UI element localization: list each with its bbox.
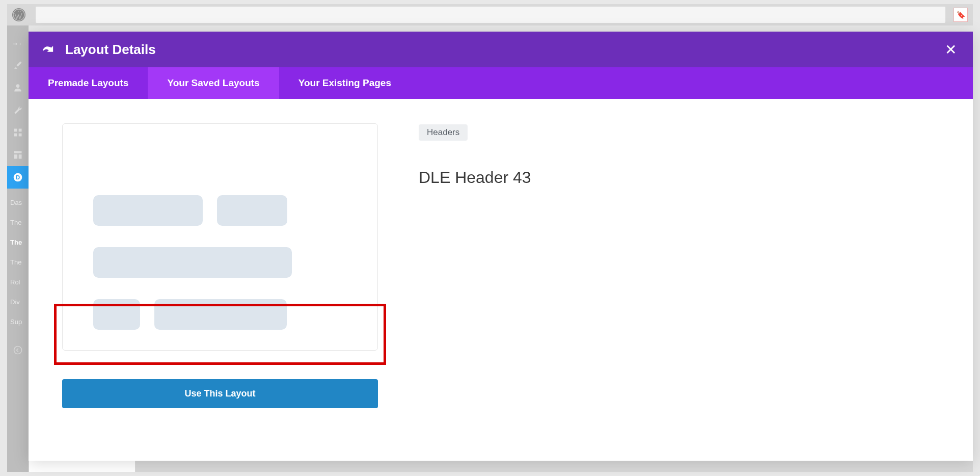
sidebar-item[interactable]: Rol xyxy=(7,272,29,292)
svg-rect-3 xyxy=(19,129,22,132)
sidebar-item[interactable]: Das xyxy=(7,193,29,213)
svg-rect-4 xyxy=(14,134,17,137)
svg-point-0 xyxy=(13,9,24,20)
layout-details-modal: Layout Details ✕ Premade Layouts Your Sa… xyxy=(29,32,973,461)
url-bar[interactable] xyxy=(36,7,945,23)
skeleton-block xyxy=(93,195,203,226)
skeleton-block xyxy=(93,299,140,330)
collapse-sidebar-icon[interactable] xyxy=(7,339,29,361)
sidebar-item[interactable]: Div xyxy=(7,292,29,312)
wp-admin-sidebar: D Das The The The Rol Div Sup xyxy=(7,25,29,472)
wordpress-logo-icon[interactable] xyxy=(12,8,25,21)
close-button[interactable]: ✕ xyxy=(945,41,957,58)
extension-icon[interactable]: 🔖 xyxy=(954,8,968,22)
user-icon[interactable] xyxy=(7,76,29,99)
tab-your-existing-pages[interactable]: Your Existing Pages xyxy=(279,67,411,99)
sidebar-item[interactable]: The xyxy=(7,252,29,272)
layout-name: DLE Header 43 xyxy=(419,168,939,187)
layout-preview-card xyxy=(62,123,378,351)
modal-tabs: Premade Layouts Your Saved Layouts Your … xyxy=(29,67,973,99)
svg-rect-5 xyxy=(19,134,22,137)
category-tag[interactable]: Headers xyxy=(419,124,468,141)
svg-rect-6 xyxy=(14,151,22,153)
svg-rect-8 xyxy=(19,154,22,158)
svg-text:D: D xyxy=(16,174,20,180)
svg-point-1 xyxy=(16,84,20,88)
layout-details-panel: Headers DLE Header 43 xyxy=(419,123,939,436)
skeleton-block xyxy=(217,195,287,226)
sidebar-item[interactable]: The xyxy=(7,232,29,252)
modal-content: Use This Layout Headers DLE Header 43 xyxy=(29,99,973,461)
tab-premade-layouts[interactable]: Premade Layouts xyxy=(29,67,148,99)
tab-your-saved-layouts[interactable]: Your Saved Layouts xyxy=(148,67,279,99)
skeleton-block xyxy=(154,299,287,330)
sidebar-item[interactable]: Sup xyxy=(7,312,29,332)
back-button[interactable] xyxy=(42,43,56,56)
svg-point-11 xyxy=(14,347,22,354)
divi-icon[interactable]: D xyxy=(7,166,29,189)
brush-icon[interactable] xyxy=(7,54,29,76)
use-this-layout-button[interactable]: Use This Layout xyxy=(62,379,378,408)
sidebar-item[interactable]: The xyxy=(7,213,29,232)
svg-rect-2 xyxy=(14,129,17,132)
layout-preview-panel: Use This Layout xyxy=(62,123,378,436)
layout-icon[interactable] xyxy=(7,144,29,166)
skeleton-block xyxy=(93,247,292,278)
modal-title: Layout Details xyxy=(65,42,156,58)
svg-rect-7 xyxy=(14,154,18,158)
modal-header: Layout Details ✕ xyxy=(29,32,973,67)
grid-icon[interactable] xyxy=(7,121,29,144)
pin-icon[interactable] xyxy=(7,32,29,54)
wrench-icon[interactable] xyxy=(7,99,29,121)
wp-admin-bar: 🔖 xyxy=(7,4,973,25)
